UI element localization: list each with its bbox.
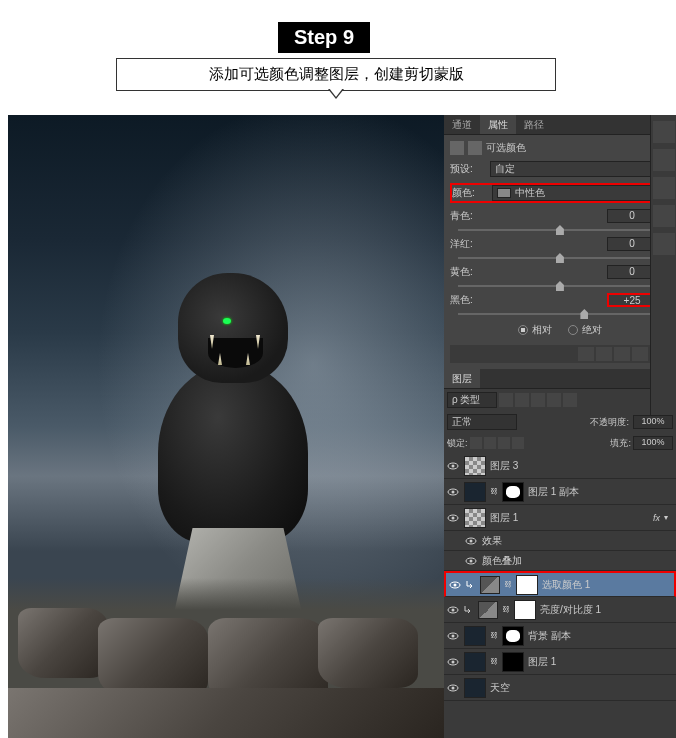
layer-effect-row[interactable]: 颜色叠加 [444, 551, 676, 571]
svg-point-13 [452, 608, 455, 611]
preset-label: 预设: [450, 162, 486, 176]
layer-row[interactable]: ⛓ 图层 1 [444, 649, 676, 675]
opacity-input[interactable]: 100% [633, 415, 673, 429]
tab-layers[interactable]: 图层 [444, 369, 480, 388]
adjustment-layer-icon [480, 576, 500, 594]
clip-arrow-icon [466, 580, 476, 590]
link-icon: ⛓ [504, 580, 512, 589]
properties-footer [450, 345, 670, 363]
visibility-eye-icon[interactable] [448, 578, 462, 592]
link-icon: ⛓ [490, 631, 498, 640]
layer-name: 背景 副本 [528, 629, 674, 643]
adjustments-icon[interactable] [653, 205, 675, 227]
visibility-eye-icon[interactable] [464, 554, 478, 568]
black-slider[interactable] [458, 313, 662, 315]
link-icon: ⛓ [502, 605, 510, 614]
filter-kind-select[interactable]: ρ 类型 [447, 392, 497, 408]
svg-point-17 [452, 660, 455, 663]
filter-shape-icon[interactable] [547, 393, 561, 407]
layer-thumb [464, 508, 486, 528]
canvas-rocks [8, 578, 444, 738]
yellow-label: 黄色: [450, 265, 486, 279]
magenta-label: 洋红: [450, 237, 486, 251]
layer-mask-thumb [502, 482, 524, 502]
visibility-eye-icon[interactable] [446, 511, 460, 525]
visibility-eye-icon[interactable] [464, 534, 478, 548]
layer-mask-thumb [514, 600, 536, 620]
svg-point-9 [470, 559, 473, 562]
lock-transparent-icon[interactable] [470, 437, 482, 449]
layer-effect-row[interactable]: 效果 [444, 531, 676, 551]
tab-properties[interactable]: 属性 [480, 115, 516, 134]
filter-smart-icon[interactable] [563, 393, 577, 407]
layer-row[interactable]: ⛓ 亮度/对比度 1 [444, 597, 676, 623]
lock-all-icon[interactable] [512, 437, 524, 449]
lock-position-icon[interactable] [498, 437, 510, 449]
layer-thumb [464, 626, 486, 646]
adjustment-icon [450, 141, 464, 155]
blend-mode-select[interactable]: 正常 [447, 414, 517, 430]
opacity-label: 不透明度: [590, 416, 629, 429]
layer-row[interactable]: ⛓ 背景 副本 [444, 623, 676, 649]
clip-icon[interactable] [578, 347, 594, 361]
tab-channel[interactable]: 通道 [444, 115, 480, 134]
pointer-decoration [328, 89, 344, 99]
svg-point-7 [470, 539, 473, 542]
expand-arrow-icon[interactable]: ▾ [664, 513, 674, 522]
color-select-highlight: 颜色: 中性色 [450, 183, 670, 203]
visibility-icon[interactable] [632, 347, 648, 361]
panel-collapse-icon[interactable] [653, 121, 675, 143]
color-value: 中性色 [515, 186, 545, 200]
fill-input[interactable]: 100% [633, 436, 673, 450]
yellow-slider[interactable] [458, 285, 662, 287]
brush-icon[interactable] [653, 233, 675, 255]
effect-name: 颜色叠加 [482, 554, 674, 568]
absolute-radio[interactable]: 绝对 [568, 323, 602, 337]
layer-mask-thumb [516, 575, 538, 595]
layer-name: 图层 1 [528, 655, 674, 669]
layers-tabs: 图层 [444, 369, 676, 389]
black-label: 黑色: [450, 293, 486, 307]
layer-row[interactable]: 图层 1 fx ▾ [444, 505, 676, 531]
color-select[interactable]: 中性色 [492, 185, 668, 201]
filter-adjust-icon[interactable] [515, 393, 529, 407]
layer-thumb [464, 652, 486, 672]
visibility-eye-icon[interactable] [446, 655, 460, 669]
lock-pixels-icon[interactable] [484, 437, 496, 449]
fx-badge[interactable]: fx [653, 513, 660, 523]
filter-pixel-icon[interactable] [499, 393, 513, 407]
view-icon[interactable] [596, 347, 612, 361]
filter-type-icon[interactable] [531, 393, 545, 407]
visibility-eye-icon[interactable] [446, 681, 460, 695]
layer-row[interactable]: ⛓ 图层 1 副本 [444, 479, 676, 505]
preset-select[interactable]: 自定 [490, 161, 670, 177]
tab-paths[interactable]: 路径 [516, 115, 552, 134]
swatches-icon[interactable] [653, 149, 675, 171]
visibility-eye-icon[interactable] [446, 485, 460, 499]
document-canvas[interactable] [8, 115, 444, 738]
layer-name: 图层 1 [490, 511, 649, 525]
visibility-eye-icon[interactable] [446, 459, 460, 473]
panels-column: 通道 属性 路径 可选颜色 预设: 自定 颜色: 中性色 [444, 115, 676, 738]
layer-thumb [464, 678, 486, 698]
relative-radio[interactable]: 相对 [518, 323, 552, 337]
visibility-eye-icon[interactable] [446, 603, 460, 617]
layer-row-selected[interactable]: ⛓ 选取颜色 1 [444, 571, 676, 597]
adjustment-layer-icon [478, 601, 498, 619]
fill-label: 填充: [610, 437, 631, 450]
layer-thumb [464, 456, 486, 476]
magenta-slider[interactable] [458, 257, 662, 259]
visibility-eye-icon[interactable] [446, 629, 460, 643]
layer-row[interactable]: 图层 3 [444, 453, 676, 479]
mask-icon [468, 141, 482, 155]
styles-icon[interactable] [653, 177, 675, 199]
lock-label: 锁定: [447, 437, 468, 450]
layer-name: 图层 3 [490, 459, 674, 473]
layer-list: 图层 3 ⛓ 图层 1 副本 图层 1 fx ▾ [444, 453, 676, 738]
cyan-slider[interactable] [458, 229, 662, 231]
layer-row[interactable]: 天空 [444, 675, 676, 701]
layer-mask-thumb [502, 652, 524, 672]
tool-strip [650, 115, 676, 415]
color-chip [497, 188, 511, 198]
reset-icon[interactable] [614, 347, 630, 361]
